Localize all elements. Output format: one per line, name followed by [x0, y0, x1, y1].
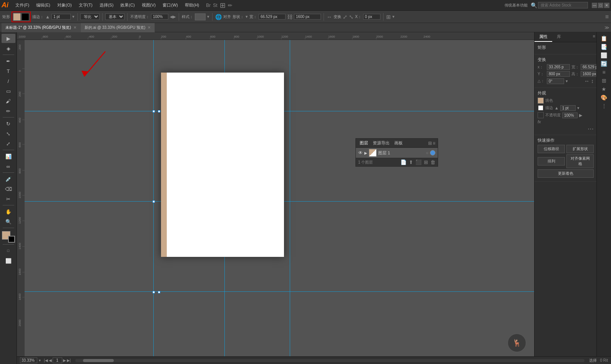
line-tool[interactable]: / — [2, 76, 15, 86]
panel-collapse-icon[interactable]: ≡ — [605, 13, 609, 20]
x-value-input[interactable] — [547, 64, 570, 70]
offset-path-btn[interactable]: 位移路径 — [538, 145, 565, 153]
tab-untitled[interactable]: 未标题-1* @ 33.33% (RGB/GPU 预览) ✕ — [2, 23, 81, 32]
artboard[interactable] — [161, 73, 284, 257]
tab-library[interactable]: 库 — [552, 32, 566, 42]
page-next-btn[interactable]: ▶ — [63, 358, 66, 362]
menu-object[interactable]: 对象(O) — [54, 2, 75, 9]
layers-add-layer-icon[interactable]: 📄 — [400, 159, 407, 165]
beige-rect[interactable] — [161, 73, 167, 257]
link-icon[interactable]: ⛓ — [287, 14, 292, 20]
search-icon-top[interactable]: 🔍 — [531, 2, 537, 8]
menu-select[interactable]: 选择(S) — [96, 2, 117, 9]
stroke-panel-dropdown[interactable]: ▾ — [577, 106, 579, 111]
stroke-color-swatch[interactable] — [8, 236, 15, 243]
fill-panel-swatch[interactable] — [538, 98, 544, 104]
search-input[interactable] — [538, 2, 588, 8]
opacity-input[interactable] — [151, 14, 168, 20]
menu-file[interactable]: 文件(F) — [12, 2, 32, 9]
menu-window[interactable]: 窗口(W) — [159, 2, 181, 9]
layers-tab-export[interactable]: 资源导出 — [371, 140, 391, 146]
opacity-arrow[interactable]: ◀▶ — [170, 15, 176, 19]
selection-tool[interactable]: ▶ — [2, 34, 15, 43]
handle-tr[interactable] — [158, 110, 160, 113]
zoom-dropdown[interactable]: ▾ — [39, 358, 41, 362]
pen-tool[interactable]: ✒ — [2, 56, 15, 66]
handle-bl[interactable] — [153, 291, 155, 293]
style-preview[interactable] — [195, 13, 206, 20]
panel-icon-appearance[interactable]: ★ — [601, 86, 606, 92]
text-tool[interactable]: T — [2, 66, 15, 76]
stroke-swatch[interactable] — [22, 13, 29, 21]
stroke-width-panel[interactable] — [560, 105, 576, 111]
tab-properties[interactable]: 属性 — [535, 32, 552, 42]
paintbrush-tool[interactable]: 🖌 — [2, 96, 15, 106]
screen-mode-btn[interactable]: ⬜ — [2, 256, 15, 265]
x-input[interactable] — [363, 14, 380, 20]
menu-help[interactable]: 帮助(H) — [182, 2, 202, 9]
menu-effect[interactable]: 效果(C) — [117, 2, 138, 9]
page-last-btn[interactable]: ▶| — [67, 358, 71, 362]
maximize-button[interactable]: □ — [598, 3, 603, 8]
direct-selection-tool[interactable]: ◈ — [2, 44, 15, 53]
scale-tool[interactable]: ⤡ — [2, 129, 15, 138]
eraser-tool[interactable]: ⌫ — [2, 184, 15, 194]
arrange-btn[interactable]: 排列 — [538, 157, 565, 165]
align-pixel-btn[interactable]: 对齐像素网格 — [566, 154, 594, 168]
layers-canvas-icon[interactable]: ⬛ — [415, 159, 422, 165]
page-prev-btn[interactable]: ◀ — [49, 358, 52, 362]
warp-tool-box[interactable]: ⤢ — [2, 139, 15, 148]
hand-tool[interactable]: ✋ — [2, 207, 15, 216]
stroke-dropdown-icon[interactable]: ▾ — [72, 14, 75, 19]
graph-tool[interactable]: 📊 — [2, 152, 15, 161]
layers-add-artboard-icon[interactable]: ⊞ — [424, 159, 428, 165]
blend-tool[interactable]: ∞ — [2, 162, 15, 171]
opacity-panel-arrow[interactable]: ▶ — [579, 113, 582, 118]
handle-br[interactable] — [158, 291, 160, 293]
more-icon[interactable]: ▾ — [392, 14, 395, 19]
zoom-tool[interactable]: 🔍 — [2, 217, 15, 226]
layers-expand-icon[interactable]: ⊞ — [428, 141, 432, 146]
menu-type[interactable]: 文字(T) — [76, 2, 96, 9]
panel-icon-properties[interactable]: 📋 — [601, 35, 607, 41]
stock-icon[interactable]: St — [213, 3, 217, 8]
line-style-select[interactable]: 等比 — [80, 13, 100, 20]
stroke-up-icon[interactable]: ▲ — [555, 106, 559, 110]
zoom-input[interactable] — [20, 357, 37, 363]
shape-dropdown[interactable]: ▾ — [246, 14, 248, 19]
globe-icon[interactable]: 🌐 — [215, 14, 222, 20]
angle-dropdown[interactable]: ▾ — [566, 79, 568, 84]
pencil-tool[interactable]: ✏ — [2, 106, 15, 116]
panel-icon-transform[interactable]: 🔄 — [601, 61, 607, 67]
bridge-icon[interactable]: Br — [206, 3, 211, 8]
tab-new-close[interactable]: ✕ — [148, 25, 151, 30]
panel-icon-layers[interactable]: 📑 — [601, 44, 607, 50]
tab-untitled-close[interactable]: ✕ — [73, 25, 76, 30]
panel-menu-icon[interactable]: ≡ — [591, 32, 597, 42]
minimize-button[interactable]: — — [592, 3, 597, 8]
arrange-icon[interactable]: ⤢ — [343, 14, 347, 20]
tab-collapse-icon[interactable]: ≫ — [604, 25, 609, 30]
layer-visibility-icon[interactable]: 👁 — [358, 150, 363, 156]
line-style2-select[interactable]: 基本 — [105, 13, 125, 20]
more-options-icon[interactable]: ⋯ — [588, 125, 594, 132]
color-mode-btn[interactable]: □ — [2, 246, 15, 255]
scissors-tool[interactable]: ✂ — [2, 194, 15, 204]
grid-icon[interactable]: ⊞ — [220, 1, 226, 10]
angle-input[interactable] — [547, 78, 564, 84]
tab-new[interactable]: 新的.ai @ 33.33% (RGB/GPU 预览) ✕ — [81, 23, 155, 32]
menu-view[interactable]: 视图(V) — [139, 2, 159, 9]
stroke-panel-swatch[interactable] — [538, 105, 544, 111]
width-input[interactable] — [259, 14, 286, 20]
flip-h-icon[interactable]: ↔ — [584, 78, 589, 84]
recolor-btn[interactable]: 更新着色 — [538, 169, 594, 178]
flip-v-icon[interactable]: ↕ — [591, 78, 594, 84]
handle-ml[interactable] — [153, 200, 155, 203]
opacity-panel-input[interactable] — [562, 113, 578, 118]
y-value-input[interactable] — [547, 71, 570, 77]
layer-expand-arrow[interactable]: ▶ — [364, 151, 367, 155]
brush-icon[interactable]: ✏ — [228, 2, 232, 8]
menu-edit[interactable]: 编辑(E) — [33, 2, 53, 9]
style-dropdown-icon[interactable]: ▾ — [207, 14, 209, 19]
panel-icon-align[interactable]: ≡ — [602, 69, 605, 75]
